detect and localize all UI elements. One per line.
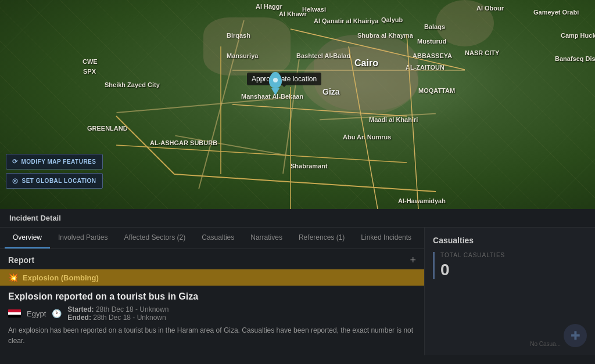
casualties-title: Casualties <box>433 236 587 245</box>
map-road <box>232 70 465 71</box>
map-controls: ⟳ MODIFY MAP FEATURES ◎ SET GLOBAL LOCAT… <box>6 154 103 189</box>
incident-info: Explosion reported on a tourist bus in G… <box>0 286 424 349</box>
left-panel: Overview Involved Parties Affected Secto… <box>0 228 425 355</box>
location-icon: ◎ <box>12 177 19 185</box>
started-value: 28th Dec 18 - Unknown <box>96 305 169 313</box>
total-casualties-label: TOTAL CASUALTIES <box>440 252 587 258</box>
tab-involved-parties[interactable]: Involved Parties <box>50 228 116 248</box>
incident-type-text: Explosion (Bombing) <box>23 273 99 282</box>
ended-value: 28th Dec 18 - Unknown <box>93 313 166 322</box>
incident-meta: Egypt 🕐 Started: 28th Dec 18 - Unknown E… <box>8 305 416 322</box>
approximate-location-tooltip: Approximate location <box>247 73 321 85</box>
set-location-label: SET GLOBAL LOCATION <box>22 178 96 184</box>
tab-references[interactable]: References (1) <box>291 228 353 248</box>
tab-overview[interactable]: Overview <box>5 228 50 248</box>
clock-icon: 🕐 <box>52 309 62 318</box>
modify-map-icon: ⟳ <box>12 158 18 165</box>
incident-detail-title: Incident Detail <box>9 214 61 222</box>
tab-affected-sectors[interactable]: Affected Sectors (2) <box>116 228 193 248</box>
incident-detail-bar: Incident Detail <box>0 209 595 228</box>
main-content: Overview Involved Parties Affected Secto… <box>0 228 595 355</box>
modify-map-label: MODIFY MAP FEATURES <box>21 158 96 165</box>
casualties-block: TOTAL CASUALTIES 0 <box>433 252 587 279</box>
tab-narratives[interactable]: Narratives <box>242 228 291 248</box>
add-report-button[interactable]: + <box>410 255 417 265</box>
tabs-bar: Overview Involved Parties Affected Secto… <box>0 228 424 249</box>
report-title: Report <box>8 255 34 265</box>
country-flag <box>8 309 21 318</box>
casualties-panel: Casualties TOTAL CASUALTIES 0 ✚ No Casua… <box>425 228 595 355</box>
modify-map-button[interactable]: ⟳ MODIFY MAP FEATURES <box>6 154 103 170</box>
country-name: Egypt <box>27 309 46 318</box>
time-info: Started: 28th Dec 18 - Unknown Ended: 28… <box>67 305 169 322</box>
ended-label: Ended: <box>67 313 91 322</box>
started-label: Started: <box>67 305 94 313</box>
map-section: Approximate location ⟳ MODIFY MAP FEATUR… <box>0 0 595 209</box>
incident-description: An explosion has been reported on a tour… <box>8 325 416 346</box>
set-location-button[interactable]: ◎ SET GLOBAL LOCATION <box>6 173 103 189</box>
no-casualties-icon: ✚ <box>564 324 587 347</box>
no-casualties-label: No Casua... <box>530 341 561 347</box>
tab-casualties[interactable]: Casualties <box>193 228 242 248</box>
total-casualties-value: 0 <box>440 261 587 279</box>
incident-headline: Explosion reported on a tourist bus in G… <box>8 291 416 302</box>
report-section: Report + <box>0 249 424 269</box>
cross-icon: ✚ <box>571 329 580 343</box>
explosion-icon: 💥 <box>8 273 18 282</box>
incident-type-badge: 💥 Explosion (Bombing) <box>0 269 424 286</box>
tab-linked-incidents[interactable]: Linked Incidents <box>353 228 420 248</box>
